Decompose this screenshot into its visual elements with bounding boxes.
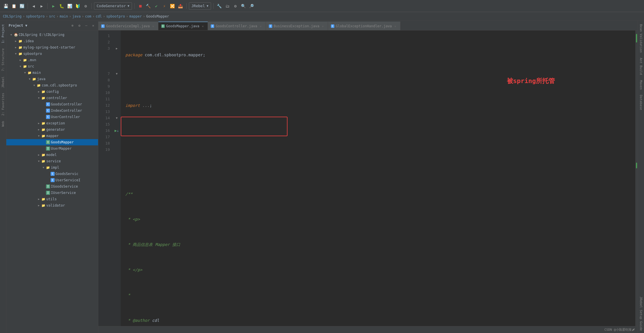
tab-close-icon3[interactable]: ✕ [259,24,263,28]
mylog-folder[interactable]: mylog-spring-boot-starter [6,44,98,51]
exception-folder[interactable]: exception [6,120,98,126]
forward-icon[interactable]: ▶ [38,3,45,9]
validator-folder[interactable]: validator [6,202,98,209]
tree-root[interactable]: 🏠 CDLSpring E:\CDLSpring [6,32,98,38]
idea-folder[interactable]: .idea [6,38,98,44]
build-icon[interactable]: 🔨 [145,3,152,9]
mapper-folder[interactable]: mapper [6,133,98,139]
tab-close-icon2[interactable]: ✕ [201,24,205,28]
save-icon[interactable]: 💾 [2,3,9,9]
project-collapse-icon[interactable]: ⚙ [77,23,82,28]
mvn-folder[interactable]: .mvn [6,57,98,63]
jrebel-dropdown[interactable]: JRebel ▼ [189,2,211,10]
main-folder[interactable]: main [6,70,98,76]
config-folder-icon [41,90,45,94]
breadcrumb-goodsmapper[interactable]: GoodsMapper [146,14,169,18]
sync-icon[interactable]: 🔄 [18,3,25,9]
project-struct-icon[interactable]: 🗂 [224,3,231,9]
breadcrumb-cdlspring[interactable]: CDLSpring [3,14,22,18]
project-options-icon[interactable]: ⊕ [70,23,75,28]
run-config-icon[interactable]: ⚙ [82,3,89,9]
tab-goods-mapper[interactable]: I GoodsMapper.java ✕ [158,22,208,30]
breadcrumb-spbootpro2[interactable]: spbootpro [106,14,125,18]
breadcrumb-cdl[interactable]: cdl [96,14,102,18]
tab-close-icon5[interactable]: ✕ [393,24,397,28]
tab-c-icon4: C [331,24,334,28]
mvn-label: .mvn [28,58,36,62]
right-tab-ant-build[interactable]: Ant Build [638,55,644,77]
back-icon[interactable]: ◀ [30,3,37,9]
tab-goods-service-impl[interactable]: C GoodsServiceImpl.java ✕ [98,22,158,30]
tab-business-exception[interactable]: C BusinessException.java ✕ [266,22,328,30]
goods-controller-file[interactable]: C GoodsController [6,101,98,107]
file-tree: 🏠 CDLSpring E:\CDLSpring .idea mylog-spr… [6,30,98,333]
sidebar-tab-structure[interactable]: 7: Structure [0,46,6,73]
sep2 [47,3,48,9]
user-mapper-file[interactable]: I UserMapper [6,145,98,152]
controller-arrow [37,96,41,100]
settings-icon[interactable]: ⚙ [232,3,239,9]
right-tab-bean-validation[interactable]: Bean Validation [638,22,644,55]
code-generator-dropdown[interactable]: CodeGenerator ▼ [94,2,132,10]
model-folder[interactable]: model [6,152,98,158]
coverage-icon[interactable]: 🔰 [74,3,81,9]
code-line-1: package com.cdl.spbootpro.mapper; [125,52,631,58]
root-label: CDLSpring E:\CDLSpring [19,33,64,37]
right-tab-maven[interactable]: Maven [638,78,644,92]
breadcrumb-main[interactable]: main [60,14,68,18]
iuser-label: IUserService [51,191,76,195]
goods-mapper-file[interactable]: I GoodsMapper [6,139,98,145]
iuser-service-file[interactable]: I IUserService [6,190,98,196]
igoods-service-file[interactable]: I IGoodsService [6,183,98,190]
user-service-impl-file[interactable]: C UserServiceI [6,177,98,183]
sidebar-tab-web[interactable]: Web [0,119,6,129]
breadcrumb-src[interactable]: src [49,14,55,18]
vcs-icon[interactable]: ✔ [153,3,160,9]
find-usages-icon[interactable]: 🔎 [248,3,255,9]
project-settings-icon[interactable]: — [84,23,89,28]
search-everywhere-icon[interactable]: 🔍 [240,3,247,9]
bug-icon[interactable]: 🐛 [58,3,65,9]
vcs4-icon[interactable]: 📤 [177,3,184,9]
tab-close-icon4[interactable]: ✕ [321,24,325,28]
impl-folder[interactable]: impl [6,164,98,171]
breadcrumb-java[interactable]: java [72,14,81,18]
generator-folder[interactable]: generator [6,126,98,133]
run-green-icon[interactable]: ▶ [50,3,57,9]
goods-service-impl-file[interactable]: C GoodsServic [6,171,98,177]
sidebar-tab-jrebel[interactable]: JRebel [0,74,6,90]
right-tab-database[interactable]: Database [638,93,644,112]
goods-svc-arrow [46,172,50,176]
profile-icon[interactable]: 📊 [66,3,73,9]
vcs3-icon[interactable]: 🔀 [169,3,176,9]
project-close-icon[interactable]: ✕ [91,23,96,28]
tab-global-exception[interactable]: C GlobalExceptionHandler.java ✕ [328,22,400,30]
service-folder[interactable]: service [6,158,98,164]
sidebar-tab-project[interactable]: 1: Project [0,22,6,45]
utils-folder[interactable]: utils [6,196,98,202]
goods-controller-icon: C [46,102,50,106]
tab-close-icon[interactable]: ✕ [151,24,155,28]
breadcrumb-com[interactable]: com [85,14,91,18]
vcs2-icon[interactable]: ⚡ [161,3,168,9]
tab-i-icon: I [161,24,165,28]
java-label: java [37,77,45,81]
java-folder[interactable]: java [6,76,98,82]
package-folder[interactable]: com.cdl.spbootpro [6,82,98,88]
tools1-icon[interactable]: 🔧 [216,3,223,9]
user-controller-file[interactable]: C UserController [6,114,98,120]
breadcrumb-spbootpro[interactable]: spbootpro [26,14,45,18]
sidebar-tab-favorites[interactable]: 2: Favorites [0,91,6,118]
index-controller-file[interactable]: C IndexController [6,107,98,114]
controller-folder[interactable]: controller [6,95,98,101]
spbootpro-folder[interactable]: spbootpro [6,51,98,57]
breadcrumb-mapper[interactable]: mapper [129,14,142,18]
code-area[interactable]: package com.cdl.spbootpro.mapper; import… [121,30,635,326]
right-tab-jrebel[interactable]: JRebel Setup Guide [638,294,644,333]
stop-icon[interactable]: ⏹ [137,3,144,9]
src-folder[interactable]: src [6,63,98,70]
sep4 [134,3,135,9]
config-folder[interactable]: config [6,88,98,95]
save-all-icon[interactable]: 📋 [10,3,17,9]
tab-goods-controller[interactable]: C GoodsController.java ✕ [208,22,266,30]
